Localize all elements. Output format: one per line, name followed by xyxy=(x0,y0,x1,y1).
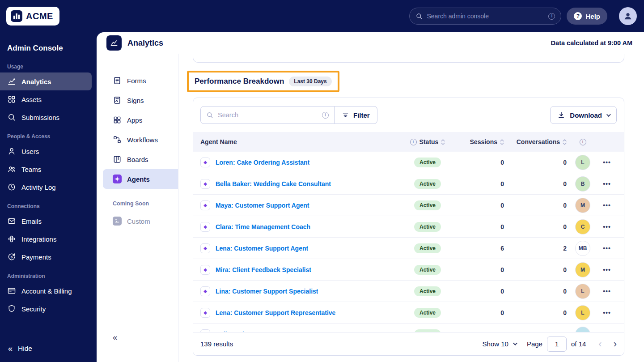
col-label: Agent Name xyxy=(200,138,237,145)
person-icon xyxy=(623,11,633,21)
sidebar-item-label: Submissions xyxy=(21,114,59,121)
conversations-value: 0 xyxy=(506,223,568,230)
user-avatar[interactable] xyxy=(619,7,637,25)
sidebar-item-analytics[interactable]: Analytics xyxy=(0,72,92,90)
agent-name-link[interactable]: Mira: Client Feedback Specialist xyxy=(216,266,311,273)
hide-label: Hide xyxy=(18,345,32,353)
sidebar-item-emails[interactable]: Emails xyxy=(0,212,92,230)
agent-name-link[interactable]: Lena: Customer Support Agent xyxy=(216,245,308,252)
sidebar-item-label: Analytics xyxy=(21,78,51,85)
agent-name-link[interactable]: Lina: Customer Support Specialist xyxy=(216,288,318,295)
subnav-item-agents[interactable]: Agents xyxy=(103,169,178,189)
subnav-item-label: Workflows xyxy=(127,136,158,144)
sort-icon xyxy=(500,139,504,145)
agent-avatar[interactable]: C xyxy=(575,219,590,234)
admin-console-search[interactable]: i xyxy=(409,8,561,25)
agent-avatar[interactable]: L xyxy=(575,305,590,320)
subnav-item-signs[interactable]: Signs xyxy=(97,90,178,110)
agent-icon: ◆ xyxy=(200,158,210,167)
table-search-input[interactable] xyxy=(218,111,318,119)
sidebar-item-submissions[interactable]: Submissions xyxy=(0,108,92,126)
col-conversations[interactable]: Conversations xyxy=(506,138,568,145)
table-toolbar: i Filter Download xyxy=(193,98,624,132)
subnav-item-custom[interactable]: Custom xyxy=(97,211,178,231)
col-agent-name[interactable]: Agent Name xyxy=(200,138,394,145)
subnav-item-apps[interactable]: Apps xyxy=(97,110,178,130)
agent-avatar[interactable]: M xyxy=(575,262,590,277)
col-label: Conversations xyxy=(517,138,560,145)
svg-text:$: $ xyxy=(11,255,13,259)
collapse-chevrons-icon: « xyxy=(8,345,13,353)
performance-table-card: i Filter Download Agent Name xyxy=(193,98,624,356)
info-icon: i xyxy=(580,139,586,145)
row-menu-button[interactable]: ••• xyxy=(603,309,611,316)
activity-log-icon xyxy=(7,183,16,192)
row-menu-button[interactable]: ••• xyxy=(603,159,611,166)
sidebar-item-users[interactable]: Users xyxy=(0,142,92,160)
agent-name-link[interactable]: Clara: Time Management Coach xyxy=(216,223,310,230)
workflows-icon xyxy=(113,135,122,144)
agent-name-link[interactable]: Bella Baker: Wedding Cake Consultant xyxy=(216,180,331,187)
agent-avatar[interactable]: B xyxy=(575,176,590,192)
sidebar-item-security[interactable]: Security xyxy=(0,300,92,318)
chevron-down-icon xyxy=(513,341,517,345)
next-page-button[interactable]: › xyxy=(614,339,617,349)
previous-page-button[interactable]: ‹ xyxy=(598,339,602,349)
conversations-value: 0 xyxy=(506,180,568,187)
status-badge: Active xyxy=(414,243,441,253)
subnav-item-label: Forms xyxy=(127,77,146,85)
row-menu-button[interactable]: ••• xyxy=(603,223,611,230)
sidebar-item-payments[interactable]: $ Payments xyxy=(0,248,92,266)
acme-logo[interactable]: ACME xyxy=(6,7,59,26)
row-menu-button[interactable]: ••• xyxy=(603,202,611,209)
col-status[interactable]: i Status xyxy=(394,138,461,145)
sidebar-item-label: Emails xyxy=(21,217,42,225)
row-menu-button[interactable]: ••• xyxy=(603,245,611,252)
row-menu-button[interactable]: ••• xyxy=(603,180,611,187)
search-icon xyxy=(206,111,213,119)
row-menu-button[interactable]: ••• xyxy=(603,288,611,295)
agent-name-link[interactable]: Maya: Customer Support Agent xyxy=(216,202,309,209)
subnav-item-forms[interactable]: Forms xyxy=(97,71,178,90)
show-label: Show 10 xyxy=(483,340,508,348)
status-badge: Active xyxy=(414,200,441,210)
agent-avatar[interactable]: L xyxy=(575,284,590,299)
sessions-value: 0 xyxy=(461,309,506,316)
download-button[interactable]: Download xyxy=(550,106,617,124)
page-title: Analytics xyxy=(127,38,163,48)
show-per-page-select[interactable]: Show 10 xyxy=(483,340,516,348)
assets-icon xyxy=(7,95,16,104)
filter-button[interactable]: Filter xyxy=(335,106,377,124)
page-number-input[interactable] xyxy=(547,336,567,352)
filter-icon xyxy=(342,111,349,119)
agent-avatar[interactable]: M xyxy=(575,198,590,213)
table-row: ◆ Lena: Customer Support Agent Active 6 … xyxy=(193,238,624,259)
sessions-value: 0 xyxy=(461,180,506,187)
subnav-item-workflows[interactable]: Workflows xyxy=(97,130,178,149)
sidebar-item-assets[interactable]: Assets xyxy=(0,90,92,108)
agent-avatar[interactable]: MB xyxy=(575,241,590,256)
sidebar-hide-button[interactable]: « Hide xyxy=(0,340,40,358)
row-menu-button[interactable]: ••• xyxy=(603,266,611,273)
sidebar-item-teams[interactable]: Teams xyxy=(0,160,92,178)
conversations-value: 0 xyxy=(506,288,568,295)
teams-icon xyxy=(7,165,16,174)
agent-avatar[interactable]: L xyxy=(575,155,590,170)
col-sessions[interactable]: Sessions xyxy=(461,138,506,145)
agent-name-link[interactable]: Loren: Cake Ordering Assistant xyxy=(216,159,309,166)
sidebar-item-activity-log[interactable]: Activity Log xyxy=(0,178,92,196)
subnav-item-boards[interactable]: Boards xyxy=(97,149,178,169)
sidebar-item-integrations[interactable]: Integrations xyxy=(0,230,92,248)
status-badge: Active xyxy=(414,286,441,296)
sidebar-item-account-billing[interactable]: Account & Billing xyxy=(0,282,92,300)
conversations-value: 0 xyxy=(506,202,568,209)
sort-icon xyxy=(563,139,567,145)
table-header: Agent Name i Status Sessions Conversatio… xyxy=(193,132,624,152)
agent-name-link[interactable]: Lena: Customer Support Representative xyxy=(216,309,335,316)
table-search[interactable]: i xyxy=(200,106,335,124)
subnav-collapse-button[interactable]: « xyxy=(113,332,118,342)
admin-search-input[interactable] xyxy=(427,13,544,20)
agent-icon: ◆ xyxy=(200,222,210,232)
agent-avatar[interactable]: C xyxy=(575,327,590,332)
help-button[interactable]: ? Help xyxy=(567,8,607,25)
